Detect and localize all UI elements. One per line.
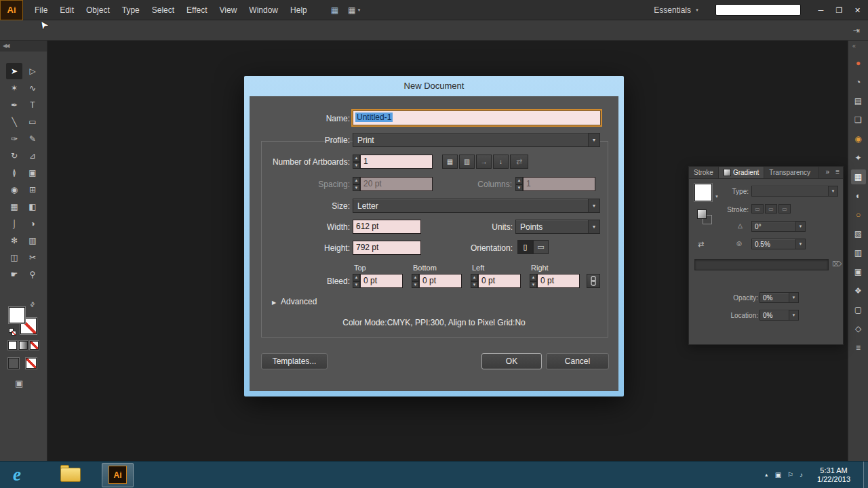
spinner-down-icon[interactable]: ▼ <box>515 184 523 192</box>
artboards-input[interactable]: 1 <box>360 155 433 169</box>
cancel-button[interactable]: Cancel <box>546 353 609 369</box>
spinner-down-icon[interactable]: ▼ <box>412 281 419 289</box>
chevron-down-icon[interactable]: ▼ <box>588 199 599 212</box>
bleed-top-input[interactable]: 0 pt <box>360 274 403 288</box>
mesh-tool[interactable]: ▦ <box>6 199 22 215</box>
chevron-down-icon[interactable]: ▼ <box>795 239 805 249</box>
taskbar-internet-explorer-button[interactable]: e <box>7 463 27 487</box>
stroke-across-button[interactable]: ▭ <box>778 204 791 214</box>
gradient-aspect-dropdown[interactable]: 0.5% ▼ <box>751 239 806 249</box>
free-transform-tool[interactable]: ▣ <box>24 165 41 181</box>
type-tool[interactable]: T <box>24 97 41 113</box>
bridge-icon[interactable]: ▦ <box>331 5 338 15</box>
tray-expand-icon[interactable]: ▲ <box>764 472 769 477</box>
gradient-type-dropdown[interactable]: ▼ <box>751 186 838 197</box>
delete-stop-icon[interactable]: ⌦ <box>832 260 842 268</box>
tray-action-center-icon[interactable]: ⚐ <box>787 471 793 479</box>
stroke-panel-icon[interactable]: ○ <box>851 207 866 222</box>
spinner-down-icon[interactable]: ▼ <box>353 184 360 192</box>
magic-wand-tool[interactable]: ✶ <box>6 80 22 96</box>
pen-tool[interactable]: ✒ <box>6 97 22 113</box>
spinner-up-icon[interactable]: ▲ <box>515 177 523 184</box>
menu-file[interactable]: File <box>28 0 54 20</box>
location-dropdown[interactable]: 0% ▼ <box>760 310 799 321</box>
spinner-up-icon[interactable]: ▲ <box>353 177 360 184</box>
swatch-dark[interactable] <box>8 358 19 369</box>
zoom-tool[interactable]: ⚲ <box>24 266 41 283</box>
rectangle-tool[interactable]: ▭ <box>24 114 41 130</box>
menu-object[interactable]: Object <box>80 0 116 20</box>
arrange-by-column-button[interactable]: ↓ <box>493 155 509 169</box>
dialog-title[interactable]: New Document <box>244 76 624 96</box>
color-mode-button[interactable] <box>8 341 17 350</box>
stroke-along-button[interactable]: ▭ <box>765 204 777 214</box>
spinner-up-icon[interactable]: ▲ <box>412 274 419 281</box>
align-panel-icon[interactable]: ❖ <box>851 283 866 298</box>
menu-window[interactable]: Window <box>243 0 284 20</box>
tray-volume-icon[interactable]: ♪ <box>800 471 803 479</box>
appearance-panel-icon[interactable]: ✦ <box>851 150 866 165</box>
chevron-down-icon[interactable]: ▼ <box>828 186 837 196</box>
artboards-panel-icon[interactable]: ▣ <box>851 264 866 279</box>
menu-help[interactable]: Help <box>284 0 313 20</box>
line-segment-tool[interactable]: ╲ <box>6 114 22 130</box>
swatch-none[interactable] <box>26 358 37 369</box>
size-dropdown[interactable]: Letter ▼ <box>353 199 600 213</box>
bleed-bottom-input[interactable]: 0 pt <box>419 274 462 288</box>
ok-button[interactable]: OK <box>481 353 542 369</box>
layers-panel-icon[interactable]: ▥ <box>851 245 866 260</box>
workspace-switcher[interactable]: Essentials ▼ <box>650 5 703 15</box>
gradient-swatch[interactable] <box>694 184 712 201</box>
arrange-documents-button[interactable]: ▦ ▼ <box>348 5 361 15</box>
minimize-button[interactable]: ─ <box>812 0 830 20</box>
panel-menu-icon[interactable]: ≡ <box>835 168 840 176</box>
arrange-by-row-button[interactable]: → <box>476 155 492 169</box>
height-input[interactable]: 792 pt <box>353 241 421 255</box>
selection-tool[interactable]: ➤ <box>6 63 22 79</box>
chevron-down-icon[interactable]: ▼ <box>789 310 798 320</box>
menu-edit[interactable]: Edit <box>54 0 80 20</box>
menu-type[interactable]: Type <box>116 0 146 20</box>
symbols-panel-icon[interactable]: ◉ <box>851 131 866 146</box>
tray-network-icon[interactable]: ▣ <box>775 471 781 479</box>
width-input[interactable]: 612 pt <box>353 220 421 234</box>
hand-tool[interactable]: ☛ <box>6 266 22 283</box>
panel-collapse-icon[interactable]: » <box>825 168 829 176</box>
swatches-panel-icon[interactable]: ▤ <box>851 94 866 108</box>
bleed-left-input[interactable]: 0 pt <box>478 274 521 288</box>
menu-select[interactable]: Select <box>146 0 180 20</box>
graphic-styles-panel-icon[interactable]: ▧ <box>851 226 866 241</box>
spinner-down-icon[interactable]: ▼ <box>471 281 478 289</box>
default-fill-stroke-icon[interactable] <box>9 328 17 336</box>
menu-view[interactable]: View <box>214 0 243 20</box>
chevron-down-icon[interactable]: ▼ <box>588 220 599 233</box>
spinner-down-icon[interactable]: ▼ <box>530 281 537 289</box>
restore-button[interactable]: ❐ <box>830 0 848 20</box>
tab-transparency[interactable]: Transparency <box>764 167 818 178</box>
chevron-down-icon[interactable]: ▼ <box>789 293 798 302</box>
blend-tool[interactable]: ◑ <box>24 216 41 232</box>
templates-button[interactable]: Templates... <box>261 353 328 369</box>
dock-collapse-icon[interactable]: « <box>848 41 868 52</box>
bleed-right-input[interactable]: 0 pt <box>537 274 580 288</box>
pathfinder-panel-icon[interactable]: ▢ <box>851 302 866 317</box>
taskbar-illustrator-button[interactable]: Ai <box>102 463 134 487</box>
portrait-button[interactable]: ▯ <box>517 240 533 254</box>
pencil-tool[interactable]: ✎ <box>24 131 41 147</box>
symbol-sprayer-tool[interactable]: ✻ <box>6 232 22 249</box>
dock-expand-icon[interactable]: ⇥ <box>853 26 860 35</box>
gradient-mode-button[interactable] <box>19 341 28 350</box>
tab-stroke[interactable]: Stroke <box>689 167 719 178</box>
spinner-down-icon[interactable]: ▼ <box>353 281 360 289</box>
menu-effect[interactable]: Effect <box>180 0 213 20</box>
close-button[interactable]: ✕ <box>848 0 867 20</box>
navigator-panel-icon[interactable]: ◇ <box>851 321 866 336</box>
perspective-grid-tool[interactable]: ⊞ <box>24 182 41 198</box>
spinner-down-icon[interactable]: ▼ <box>353 162 360 169</box>
taskbar-file-explorer-button[interactable] <box>54 463 87 487</box>
toolbar-collapse-icon[interactable]: ◀◀ <box>0 41 47 52</box>
grid-by-column-button[interactable]: ▥ <box>459 155 475 169</box>
spinner-up-icon[interactable]: ▲ <box>530 274 537 281</box>
spinner-up-icon[interactable]: ▲ <box>471 274 478 281</box>
landscape-button[interactable]: ▭ <box>533 240 549 254</box>
